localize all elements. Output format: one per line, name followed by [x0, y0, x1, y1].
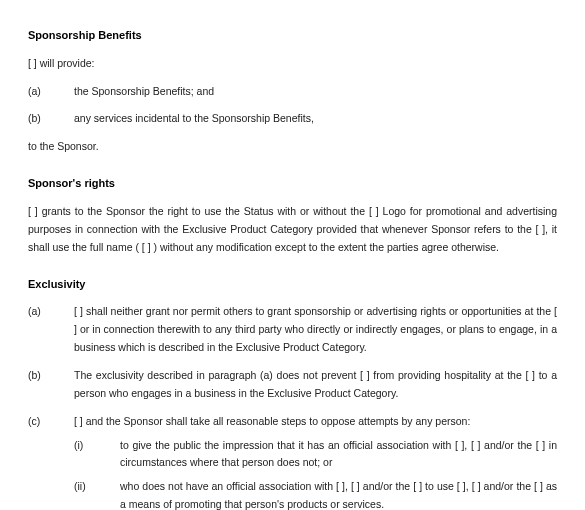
exclusivity-subitem: (ii) who does not have an official assoc…	[74, 478, 557, 510]
benefits-heading: Sponsorship Benefits	[28, 26, 557, 45]
exclusivity-item-text: The exclusivity described in paragraph (…	[74, 367, 557, 403]
benefits-item-marker: (a)	[28, 83, 74, 101]
exclusivity-subitem-text: who does not have an official associatio…	[120, 478, 557, 510]
benefits-item-marker: (b)	[28, 110, 74, 128]
exclusivity-subitem: (i) to give the public the impression th…	[74, 437, 557, 473]
section-exclusivity: Exclusivity (a) [ ] shall neither grant …	[28, 275, 557, 510]
exclusivity-subitem-marker: (i)	[74, 437, 120, 455]
exclusivity-item-text: [ ] and the Sponsor shall take all reaso…	[74, 415, 470, 427]
benefits-item-text: any services incidental to the Sponsorsh…	[74, 110, 557, 128]
exclusivity-item: (b) The exclusivity described in paragra…	[28, 367, 557, 403]
exclusivity-item-text: [ ] shall neither grant nor permit other…	[74, 303, 557, 357]
exclusivity-item-marker: (b)	[28, 367, 74, 385]
rights-body: [ ] grants to the Sponsor the right to u…	[28, 203, 557, 257]
exclusivity-item-body: [ ] and the Sponsor shall take all reaso…	[74, 413, 557, 510]
exclusivity-item: (a) [ ] shall neither grant nor permit o…	[28, 303, 557, 357]
benefits-item-text: the Sponsorship Benefits; and	[74, 83, 557, 101]
exclusivity-heading: Exclusivity	[28, 275, 557, 294]
benefits-item: (b) any services incidental to the Spons…	[28, 110, 557, 128]
benefits-closer: to the Sponsor.	[28, 138, 557, 156]
exclusivity-item: (c) [ ] and the Sponsor shall take all r…	[28, 413, 557, 510]
exclusivity-item-marker: (c)	[28, 413, 74, 431]
exclusivity-subitem-text: to give the public the impression that i…	[120, 437, 557, 473]
rights-heading: Sponsor's rights	[28, 174, 557, 193]
exclusivity-subitem-marker: (ii)	[74, 478, 120, 496]
section-benefits: Sponsorship Benefits [ ] will provide: (…	[28, 26, 557, 156]
benefits-item: (a) the Sponsorship Benefits; and	[28, 83, 557, 101]
section-rights: Sponsor's rights [ ] grants to the Spons…	[28, 174, 557, 257]
exclusivity-item-marker: (a)	[28, 303, 74, 321]
benefits-intro: [ ] will provide:	[28, 55, 557, 73]
